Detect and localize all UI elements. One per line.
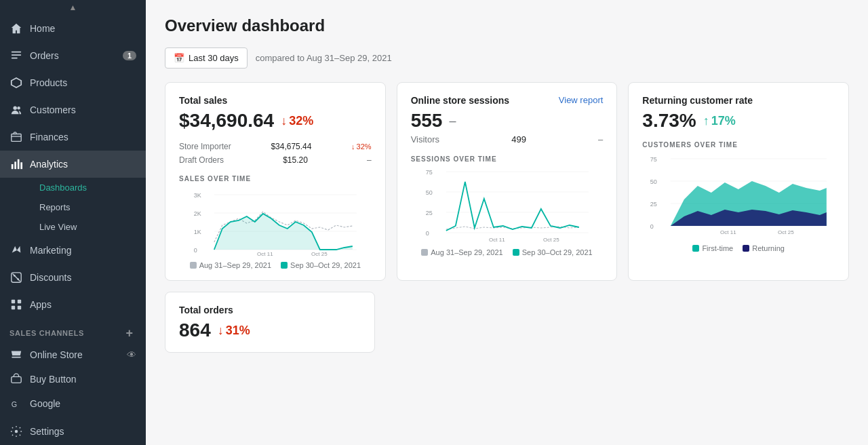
sidebar-item-label: Analytics: [30, 159, 68, 170]
svg-text:0: 0: [650, 223, 654, 230]
sidebar: ▲ Home Orders 1 Products Customers Finan…: [0, 0, 146, 445]
buy-button-icon: [9, 372, 23, 386]
svg-rect-16: [18, 306, 21, 309]
orders-icon: [9, 49, 23, 62]
legend-label: Sep 30–Oct 29, 2021: [522, 248, 593, 256]
legend-prev: Aug 31–Sep 29, 2021: [190, 261, 271, 269]
legend-dot: [421, 249, 428, 256]
svg-text:25: 25: [650, 201, 657, 208]
svg-rect-8: [18, 159, 20, 169]
svg-rect-17: [12, 376, 21, 383]
customers-over-time-label: CUSTOMERS OVER TIME: [642, 141, 835, 149]
sessions-over-time-label: SESSIONS OVER TIME: [411, 155, 604, 163]
returning-change: ↑ 17%: [703, 114, 736, 128]
meta-value: $34,675.44: [271, 142, 311, 151]
sidebar-sub-liveview[interactable]: Live View: [30, 217, 146, 237]
sidebar-item-settings[interactable]: Settings: [0, 418, 146, 445]
sessions-chart-svg: 75 50 25 0 Oct 11 Oct 25: [411, 168, 604, 243]
legend-dot: [513, 249, 519, 256]
legend-dot-curr: [281, 262, 288, 269]
sidebar-item-apps[interactable]: Apps: [0, 291, 146, 318]
sidebar-sub-reports[interactable]: Reports: [30, 197, 146, 217]
add-channel-button[interactable]: +: [123, 326, 136, 340]
sidebar-item-label: Settings: [30, 426, 64, 437]
svg-text:25: 25: [425, 210, 432, 216]
date-filter-bar: 📅 Last 30 days compared to Aug 31–Sep 29…: [165, 47, 849, 69]
sidebar-item-label: Orders: [30, 50, 59, 61]
sidebar-channel-online-store[interactable]: Online Store 👁: [0, 343, 146, 367]
svg-text:2K: 2K: [194, 210, 201, 217]
eye-icon[interactable]: 👁: [127, 349, 136, 360]
sidebar-item-products[interactable]: Products: [0, 69, 146, 96]
analytics-submenu: Dashboards Reports Live View: [0, 178, 146, 237]
svg-marker-30: [214, 214, 353, 250]
sidebar-item-marketing[interactable]: Marketing: [0, 237, 146, 264]
cot-legend: First-time Returning: [642, 244, 835, 252]
svg-text:0: 0: [425, 230, 429, 237]
page-title: Overview dashboard: [165, 16, 849, 35]
sidebar-item-label: Home: [30, 23, 55, 34]
sidebar-item-discounts[interactable]: Discounts: [0, 264, 146, 291]
svg-point-19: [15, 430, 18, 433]
svg-text:3K: 3K: [194, 192, 201, 199]
total-orders-value: 864: [179, 320, 211, 341]
svg-rect-1: [12, 54, 21, 56]
main-content: Overview dashboard 📅 Last 30 days compar…: [146, 0, 868, 445]
svg-rect-15: [12, 306, 15, 309]
sidebar-item-orders[interactable]: Orders 1: [0, 42, 146, 69]
arrow-down-icon: ↓: [281, 114, 287, 128]
legend-dot-prev: [190, 262, 197, 269]
products-icon: [9, 76, 23, 90]
online-store-card: Online store sessions View report 555 – …: [397, 82, 618, 281]
online-store-header: Online store sessions View report: [411, 95, 604, 110]
svg-rect-5: [12, 134, 21, 142]
svg-rect-13: [12, 300, 15, 303]
total-orders-card: Total orders 864 ↓ 31%: [165, 292, 375, 353]
sidebar-item-label: Products: [30, 77, 67, 88]
svg-text:75: 75: [650, 156, 657, 163]
sales-chart-legend: Aug 31–Sep 29, 2021 Sep 30–Oct 29, 2021: [179, 261, 372, 269]
svg-rect-0: [12, 52, 21, 53]
legend-curr-sessions: Sep 30–Oct 29, 2021: [513, 248, 593, 256]
top-cards-row: Total sales $34,690.64 ↓ 32% Store Impor…: [165, 82, 849, 281]
online-store-title: Online store sessions: [411, 95, 510, 106]
sidebar-sub-dashboards[interactable]: Dashboards: [30, 178, 146, 197]
sidebar-item-analytics[interactable]: Analytics: [0, 151, 146, 178]
legend-dot-returning: [743, 245, 749, 252]
svg-text:Oct 11: Oct 11: [720, 229, 736, 235]
channel-label: Online Store: [30, 349, 83, 360]
svg-text:1K: 1K: [194, 229, 201, 235]
cot-chart-area: 75 50 25 0 Oct 11 Oct 25: [642, 155, 835, 239]
legend-label-returning: Returning: [752, 244, 785, 252]
orders-badge: 1: [123, 51, 136, 60]
meta-label: Draft Orders: [179, 155, 224, 165]
sidebar-item-label: Customers: [30, 104, 76, 115]
svg-text:Oct 25: Oct 25: [778, 229, 794, 235]
sessions-value: 555: [411, 110, 443, 132]
sidebar-channel-google[interactable]: G Google: [0, 391, 146, 416]
channel-label: Google: [30, 398, 60, 409]
meta-row-store-importer: Store Importer $34,675.44 ↓ 32%: [179, 140, 372, 153]
sessions-chart-legend: Aug 31–Sep 29, 2021 Sep 30–Oct 29, 2021: [411, 248, 604, 256]
calendar-icon: 📅: [174, 53, 184, 63]
sidebar-channel-buy-button[interactable]: Buy Button: [0, 367, 146, 391]
sidebar-item-finances[interactable]: Finances: [0, 123, 146, 151]
svg-rect-9: [20, 162, 22, 169]
discounts-icon: [9, 271, 23, 284]
legend-firsttime: First-time: [692, 244, 733, 252]
sidebar-collapse-arrow[interactable]: ▲: [0, 0, 146, 15]
date-range-label: Last 30 days: [189, 53, 239, 63]
compare-label: compared to Aug 31–Sep 29, 2021: [256, 53, 392, 63]
meta-value: $15.20: [283, 155, 308, 165]
google-icon: G: [9, 397, 23, 410]
returning-customer-card: Returning customer rate 3.73% ↑ 17% CUST…: [628, 82, 849, 281]
date-range-button[interactable]: 📅 Last 30 days: [165, 47, 248, 69]
sidebar-item-customers[interactable]: Customers: [0, 96, 146, 123]
returning-title: Returning customer rate: [642, 95, 835, 106]
sidebar-item-home[interactable]: Home: [0, 15, 146, 42]
view-report-link[interactable]: View report: [559, 95, 604, 105]
svg-text:75: 75: [425, 169, 432, 176]
legend-label-curr: Sep 30–Oct 29, 2021: [290, 261, 361, 269]
analytics-icon: [9, 157, 23, 171]
svg-text:0: 0: [194, 247, 197, 254]
